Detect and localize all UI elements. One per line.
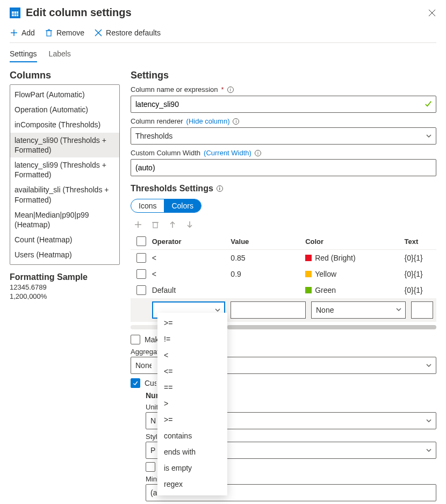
hide-column-link[interactable]: (Hide column): [186, 117, 230, 125]
operator-option[interactable]: <: [157, 347, 227, 363]
header-text: Text: [405, 237, 436, 246]
header-operator: Operator: [152, 237, 231, 246]
number-formatting-heading: Number Formatting: [146, 391, 157, 400]
threshold-move-up-button[interactable]: [168, 220, 177, 229]
column-renderer-value: Thresholds: [135, 132, 172, 140]
info-icon[interactable]: i: [255, 150, 261, 156]
required-asterisk: *: [221, 85, 224, 93]
threshold-color: Green: [305, 286, 404, 294]
threshold-text: {0}{1}: [405, 286, 436, 294]
operator-option[interactable]: ==: [157, 379, 227, 395]
column-item[interactable]: Mean|Median|p90|p99 (Heatmap): [10, 207, 119, 232]
current-width-link[interactable]: (Current Width): [204, 149, 251, 157]
new-text-input[interactable]: [411, 301, 433, 319]
dialog-title: Edit column settings: [26, 6, 428, 19]
pill-icons[interactable]: Icons: [131, 199, 164, 212]
operator-option[interactable]: is empty: [157, 460, 227, 476]
svg-rect-10: [47, 31, 51, 36]
restore-label: Restore defaults: [106, 28, 161, 37]
remove-button[interactable]: Remove: [45, 28, 84, 37]
valid-check-icon: [425, 100, 432, 107]
aggregation-value: None: [135, 361, 152, 370]
threshold-delete-button[interactable]: [151, 220, 160, 229]
operator-option[interactable]: <=: [157, 363, 227, 379]
new-color-value: None: [316, 306, 334, 314]
operator-option[interactable]: contains: [157, 428, 227, 444]
threshold-operator: <: [152, 254, 231, 262]
threshold-operator: Default: [152, 286, 231, 294]
add-button[interactable]: Add: [10, 28, 35, 37]
column-item[interactable]: latency_sli99 (Thresholds + Formatted): [10, 157, 119, 182]
remove-label: Remove: [56, 28, 84, 37]
threshold-move-down-button[interactable]: [185, 220, 194, 229]
close-button[interactable]: [428, 9, 436, 17]
table-icon: [10, 8, 20, 18]
operator-option[interactable]: >=: [157, 412, 227, 428]
min-int-value: (auto): [150, 488, 157, 497]
threshold-select-all-checkbox[interactable]: [136, 236, 146, 246]
make-bar-hidden-checkbox[interactable]: [131, 335, 140, 344]
column-renderer-select[interactable]: Thresholds: [131, 127, 436, 145]
threshold-row[interactable]: <0.9Yellow{0}{1}: [131, 266, 436, 282]
custom-width-label: Custom Column Width: [131, 149, 200, 157]
thresholds-mode-toggle: Icons Colors: [131, 199, 202, 213]
threshold-row-checkbox[interactable]: [136, 285, 146, 295]
column-item[interactable]: availability_sli (Thresholds + Formatted…: [10, 182, 119, 207]
svg-rect-1: [12, 9, 18, 11]
svg-rect-17: [153, 222, 157, 228]
operator-option[interactable]: regex: [157, 476, 227, 492]
style-value: Percent: [150, 446, 156, 455]
operator-option[interactable]: ends with: [157, 444, 227, 460]
restore-defaults-button[interactable]: Restore defaults: [94, 28, 161, 37]
column-item[interactable]: inComposite (Thresholds): [10, 117, 119, 132]
header-value: Value: [231, 237, 305, 246]
custom-width-input[interactable]: [131, 159, 436, 176]
columns-heading: Columns: [10, 70, 120, 81]
style-label: Style: [146, 433, 157, 441]
tab-settings[interactable]: Settings: [10, 49, 37, 62]
operator-option[interactable]: >: [157, 395, 227, 412]
column-item[interactable]: Count (Heatmap): [10, 232, 119, 247]
threshold-row-checkbox[interactable]: [136, 269, 146, 279]
add-label: Add: [21, 28, 35, 37]
group-separators-checkbox[interactable]: [146, 462, 155, 472]
column-list: FlowPart (Automatic)Operation (Automatic…: [10, 84, 120, 265]
threshold-operator: <: [152, 270, 231, 278]
tab-labels[interactable]: Labels: [49, 49, 71, 62]
threshold-add-button[interactable]: [134, 220, 142, 229]
column-name-input[interactable]: [131, 96, 436, 113]
custom-formatting-checkbox[interactable]: [131, 378, 140, 388]
min-int-label: Minimum integer digits: [146, 475, 157, 483]
header-color: Color: [305, 237, 404, 246]
formatting-sample-2: 1,200,000%: [10, 292, 120, 300]
column-item[interactable]: latency_sli90 (Thresholds + Formatted): [10, 133, 119, 157]
column-item[interactable]: Users (Heatmap): [10, 247, 119, 262]
threshold-value: 0.9: [231, 270, 305, 278]
threshold-color: Yellow: [305, 270, 404, 278]
new-value-input[interactable]: [231, 301, 306, 319]
chevron-down-icon: [395, 306, 402, 313]
operator-option[interactable]: !=: [157, 331, 227, 347]
operator-option[interactable]: >=: [157, 315, 227, 331]
threshold-row-checkbox[interactable]: [136, 253, 146, 263]
info-icon[interactable]: i: [227, 87, 234, 93]
thresholds-heading: Thresholds Settings: [131, 184, 213, 193]
info-icon[interactable]: i: [233, 118, 239, 125]
column-renderer-label: Column renderer: [131, 117, 183, 125]
threshold-color: Red (Bright): [305, 254, 404, 262]
threshold-row[interactable]: DefaultGreen{0}{1}: [131, 282, 436, 298]
threshold-text: {0}{1}: [405, 270, 436, 278]
threshold-row[interactable]: <0.85Red (Bright){0}{1}: [131, 250, 436, 266]
column-item[interactable]: Operation (Automatic): [10, 102, 119, 117]
threshold-text: {0}{1}: [405, 254, 436, 262]
info-icon[interactable]: i: [217, 185, 223, 192]
units-value: None: [150, 416, 156, 425]
operator-dropdown: >=!=<<===>>=containsends withis emptyreg…: [157, 313, 227, 495]
operator-option[interactable]: starts with: [157, 492, 227, 495]
column-item[interactable]: FlowPart (Automatic): [10, 87, 119, 102]
custom-formatting-label: Custom formatting: [145, 379, 156, 387]
formatting-sample-heading: Formatting Sample: [10, 272, 120, 282]
new-color-select[interactable]: None: [311, 301, 406, 319]
pill-colors[interactable]: Colors: [164, 199, 200, 212]
units-label: Units: [146, 403, 157, 411]
